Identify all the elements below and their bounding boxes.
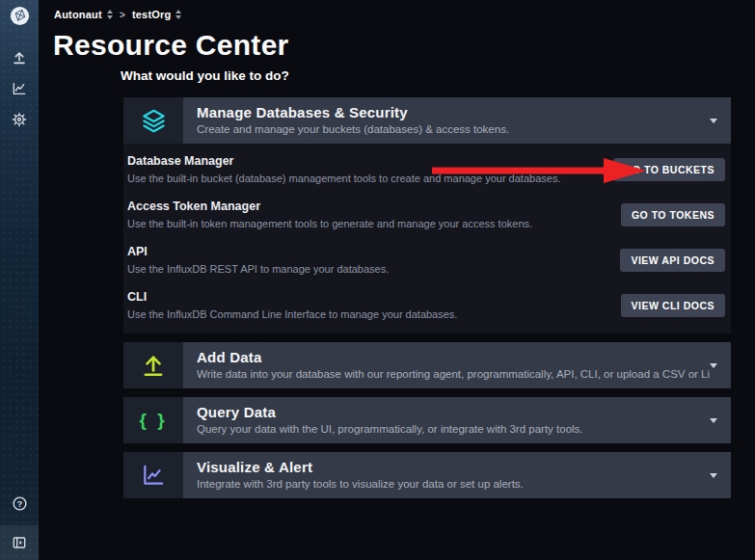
row-text: Access Token Manager Use the built-in to… (127, 200, 621, 229)
row-access-token-manager: Access Token Manager Use the built-in to… (127, 192, 725, 237)
accordion-description: Integrate with 3rd party tools to visual… (197, 478, 710, 490)
left-nav-sidebar: ? (0, 0, 39, 560)
org-switcher[interactable]: Autonaut (54, 9, 113, 20)
expand-sidebar-icon[interactable] (0, 525, 39, 560)
chevron-down-icon (710, 342, 731, 388)
accordion-header-query-data[interactable]: { } Query Data Query your data with the … (123, 397, 731, 443)
accordion-title: Visualize & Alert (197, 459, 710, 475)
row-description: Use the built-in token management tools … (127, 218, 621, 229)
accordion-body: Database Manager Use the built-in bucket… (123, 144, 731, 333)
graphs-nav-icon[interactable] (0, 77, 39, 100)
accordion-header-manage-databases[interactable]: Manage Databases & Security Create and m… (123, 97, 731, 144)
accordion-header-text: Query Data Query your data with the UI, … (183, 397, 710, 443)
sub-org-dropdown-carets-icon (175, 10, 181, 19)
accordion-item-add-data: Add Data Write data into your database w… (123, 342, 731, 388)
chevron-down-icon (710, 452, 731, 498)
go-to-tokens-button[interactable]: GO TO TOKENS (621, 203, 725, 227)
accordion-item-visualize-alert: Visualize & Alert Integrate with 3rd par… (123, 452, 731, 498)
accordion-description: Write data into your database with our r… (197, 368, 710, 380)
sub-org-name: testOrg (132, 9, 172, 20)
svg-text:?: ? (16, 498, 21, 508)
accordion-title: Add Data (197, 349, 710, 365)
row-title: API (127, 245, 620, 258)
accordion-header-text: Manage Databases & Security Create and m… (183, 97, 710, 144)
page-title: Resource Center (53, 28, 755, 62)
main-content: Autonaut > testOrg Resource Center What … (39, 0, 755, 560)
accordion-header-add-data[interactable]: Add Data Write data into your database w… (123, 342, 731, 388)
accordion-title: Manage Databases & Security (197, 104, 710, 120)
upload-icon (123, 342, 183, 388)
row-title: Database Manager (127, 154, 613, 168)
row-title: Access Token Manager (127, 200, 621, 213)
layers-icon (123, 97, 183, 144)
row-text: API Use the InfluxDB REST API to manage … (127, 245, 620, 275)
accordion-header-visualize-alert[interactable]: Visualize & Alert Integrate with 3rd par… (123, 452, 731, 498)
line-chart-icon (123, 452, 183, 498)
org-dropdown-carets-icon (107, 10, 113, 19)
help-icon[interactable]: ? (0, 492, 39, 515)
accordion-item-query-data: { } Query Data Query your data with the … (123, 397, 731, 443)
row-description: Use the InfluxDB Command Line Interface … (127, 308, 621, 320)
view-cli-docs-button[interactable]: VIEW CLI DOCS (621, 294, 725, 317)
row-api: API Use the InfluxDB REST API to manage … (127, 237, 725, 282)
row-description: Use the built-in bucket (database) manag… (127, 173, 613, 184)
braces-icon: { } (123, 397, 183, 443)
accordion-item-manage-databases: Manage Databases & Security Create and m… (123, 97, 731, 333)
influxdb-logo-icon[interactable] (0, 4, 39, 27)
chevron-down-icon (710, 97, 731, 144)
resource-accordion: Manage Databases & Security Create and m… (123, 97, 731, 498)
row-title: CLI (127, 290, 621, 304)
accordion-description: Query your data with the UI, programmati… (197, 423, 710, 435)
view-api-docs-button[interactable]: VIEW API DOCS (620, 249, 725, 272)
settings-gear-icon[interactable] (0, 108, 39, 131)
row-database-manager: Database Manager Use the built-in bucket… (127, 147, 725, 192)
breadcrumb: Autonaut > testOrg (39, 0, 755, 20)
accordion-title: Query Data (197, 404, 710, 420)
chevron-down-icon (710, 397, 731, 443)
row-text: CLI Use the InfluxDB Command Line Interf… (127, 290, 621, 320)
breadcrumb-separator-icon: > (120, 10, 125, 20)
resource-center-screen: { "breadcrumb": { "org": "Autonaut", "se… (0, 0, 755, 560)
row-description: Use the InfluxDB REST API to manage your… (127, 263, 620, 275)
go-to-buckets-button[interactable]: GO TO BUCKETS (613, 158, 725, 181)
accordion-header-text: Add Data Write data into your database w… (183, 342, 710, 388)
accordion-header-text: Visualize & Alert Integrate with 3rd par… (183, 452, 710, 498)
row-cli: CLI Use the InfluxDB Command Line Interf… (127, 282, 725, 328)
row-text: Database Manager Use the built-in bucket… (127, 154, 613, 184)
page-question: What would you like to do? (121, 68, 755, 84)
upload-nav-icon[interactable] (0, 46, 39, 69)
accordion-description: Create and manage your buckets (database… (197, 123, 710, 135)
sub-org-switcher[interactable]: testOrg (132, 9, 182, 20)
org-name: Autonaut (54, 9, 102, 20)
